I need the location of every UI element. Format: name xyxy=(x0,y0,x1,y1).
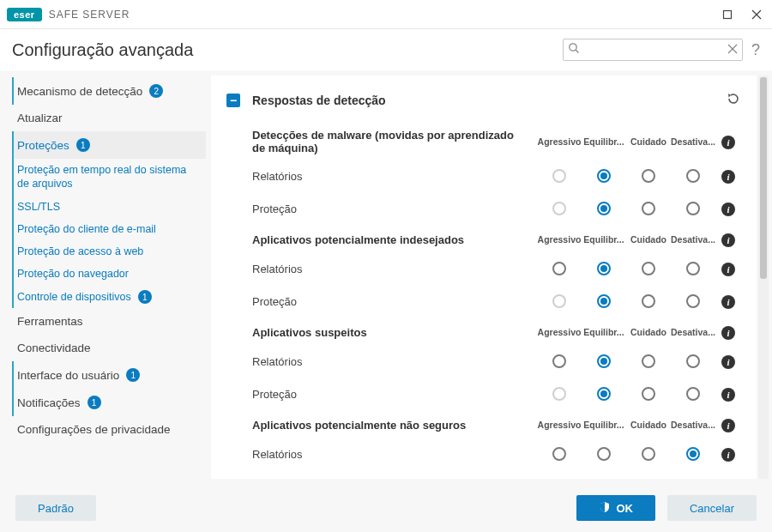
row-label: Relatórios xyxy=(252,263,537,275)
setting-row: Proteção i xyxy=(226,378,741,410)
radio-Equilibr...[interactable] xyxy=(597,262,611,275)
radio-Agressivo xyxy=(552,169,566,183)
badge: 1 xyxy=(87,396,101,409)
column-header-1: Equilibr... xyxy=(582,136,626,147)
radio-Cuidado[interactable] xyxy=(642,447,655,461)
scrollbar-thumb[interactable] xyxy=(760,77,767,279)
sidebar-item-label: Proteções xyxy=(17,139,69,152)
group-title-1: Aplicativos potencialmente indesejados xyxy=(252,233,537,246)
radio-Desativa...[interactable] xyxy=(686,387,700,401)
column-header-0: Agressivo xyxy=(537,234,582,245)
sidebar-item-detection-engine[interactable]: Mecanismo de detecção2 xyxy=(12,77,206,105)
radio-Equilibr...[interactable] xyxy=(597,202,611,215)
info-icon[interactable]: i xyxy=(721,263,735,276)
row-label: Relatórios xyxy=(252,448,537,461)
sidebar-sub-label: Proteção do cliente de e-mail xyxy=(17,223,156,235)
sidebar-sub-2[interactable]: Proteção do cliente de e-mail xyxy=(14,218,206,240)
sidebar-item-label: Atualizar xyxy=(17,112,63,124)
brand-product: SAFE SERVER xyxy=(49,9,130,21)
info-icon[interactable]: i xyxy=(721,203,735,216)
radio-Cuidado[interactable] xyxy=(642,354,655,368)
radio-Desativa...[interactable] xyxy=(686,202,700,215)
column-header-3: Desativa... xyxy=(671,327,715,337)
window-maximize-icon[interactable] xyxy=(719,6,736,23)
scrollbar-vertical[interactable] xyxy=(758,76,769,479)
info-icon[interactable]: i xyxy=(721,170,735,184)
info-icon[interactable]: i xyxy=(721,326,735,340)
sidebar-sub-1[interactable]: SSL/TLS xyxy=(14,196,206,218)
sidebar-item-update[interactable]: Atualizar xyxy=(12,105,206,131)
radio-Desativa...[interactable] xyxy=(686,447,700,461)
sidebar-sub-4[interactable]: Proteção do navegador xyxy=(14,263,206,285)
sidebar-item-notifications[interactable]: Notificações1 xyxy=(12,389,206,416)
info-icon[interactable]: i xyxy=(721,388,735,402)
badge: 1 xyxy=(126,368,140,382)
default-button[interactable]: Padrão xyxy=(15,495,96,521)
radio-Desativa...[interactable] xyxy=(686,294,700,308)
sidebar-item-protections[interactable]: Proteções1 xyxy=(12,131,206,159)
svg-line-4 xyxy=(576,50,578,52)
radio-Agressivo[interactable] xyxy=(552,354,566,368)
revert-icon[interactable] xyxy=(726,91,741,110)
info-icon[interactable]: i xyxy=(721,233,735,247)
info-icon[interactable]: i xyxy=(721,448,735,462)
radio-Equilibr...[interactable] xyxy=(597,169,611,183)
clear-icon[interactable] xyxy=(727,42,738,57)
radio-Agressivo[interactable] xyxy=(552,447,566,461)
radio-Equilibr...[interactable] xyxy=(597,354,611,368)
column-header-1: Equilibr... xyxy=(582,420,626,430)
sidebar-item-privacy[interactable]: Configurações de privacidade xyxy=(12,416,206,443)
sidebar-item-tools[interactable]: Ferramentas xyxy=(12,308,206,335)
sidebar-sub-label: Proteção de acesso à web xyxy=(17,245,143,257)
sidebar-item-ui[interactable]: Interface do usuário1 xyxy=(12,361,206,389)
sidebar-sub-3[interactable]: Proteção de acesso à web xyxy=(14,240,206,263)
group-title-2: Aplicativos suspeitos xyxy=(252,326,537,339)
info-icon[interactable]: i xyxy=(721,355,735,369)
radio-Cuidado[interactable] xyxy=(642,262,655,275)
column-header-3: Desativa... xyxy=(671,234,715,245)
group-title-0: Detecções de malware (movidas por aprend… xyxy=(252,129,537,154)
radio-Equilibr...[interactable] xyxy=(597,447,611,461)
info-icon[interactable]: i xyxy=(721,295,735,309)
radio-Desativa...[interactable] xyxy=(686,354,700,368)
cancel-button[interactable]: Cancelar xyxy=(667,495,757,521)
column-header-2: Cuidado xyxy=(626,136,671,147)
help-button[interactable]: ? xyxy=(751,41,760,59)
radio-Desativa...[interactable] xyxy=(686,169,700,183)
setting-row: Relatórios i xyxy=(226,160,741,192)
info-icon[interactable]: i xyxy=(721,136,735,149)
radio-Agressivo[interactable] xyxy=(552,262,566,275)
window-close-icon[interactable] xyxy=(748,6,765,23)
badge: 2 xyxy=(149,84,163,98)
column-header-2: Cuidado xyxy=(626,420,671,430)
radio-Agressivo xyxy=(552,202,566,215)
sidebar-item-connectivity[interactable]: Conectividade xyxy=(12,335,206,361)
column-header-2: Cuidado xyxy=(626,327,671,337)
sidebar-sub-label: Controle de dispositivos xyxy=(17,291,131,303)
row-label: Proteção xyxy=(252,295,537,308)
sidebar-sub-label: Proteção em tempo real do sistema de arq… xyxy=(17,164,186,190)
column-header-3: Desativa... xyxy=(671,136,715,147)
radio-Desativa...[interactable] xyxy=(686,262,700,275)
svg-point-3 xyxy=(570,44,576,51)
search-input[interactable] xyxy=(584,44,721,56)
radio-Cuidado[interactable] xyxy=(642,169,655,183)
sidebar-item-label: Interface do usuário xyxy=(17,369,119,382)
radio-Cuidado[interactable] xyxy=(642,387,655,401)
radio-Equilibr...[interactable] xyxy=(597,387,611,401)
row-label: Proteção xyxy=(252,388,537,401)
setting-row: Relatórios i xyxy=(226,345,741,378)
sidebar-sub-0[interactable]: Proteção em tempo real do sistema de arq… xyxy=(14,159,206,196)
column-header-3: Desativa... xyxy=(671,420,715,430)
info-icon[interactable]: i xyxy=(721,419,735,432)
radio-Cuidado[interactable] xyxy=(642,294,655,308)
search-box[interactable] xyxy=(563,39,743,61)
ok-button[interactable]: OK xyxy=(576,495,655,521)
radio-Cuidado[interactable] xyxy=(642,202,655,215)
radio-Equilibr...[interactable] xyxy=(597,294,611,308)
row-label: Proteção xyxy=(252,203,537,215)
section-title: Respostas de detecção xyxy=(252,94,386,107)
collapse-icon[interactable]: − xyxy=(226,94,240,107)
column-header-0: Agressivo xyxy=(537,420,582,430)
sidebar-sub-5[interactable]: Controle de dispositivos1 xyxy=(14,286,206,309)
